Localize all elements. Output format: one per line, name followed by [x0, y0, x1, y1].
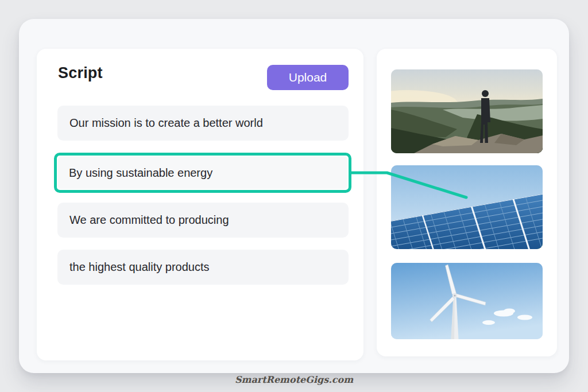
script-line-2-highlight-box[interactable]: By using sustainable energy [54, 153, 351, 193]
thumbnail-solar-panel-array[interactable] [391, 165, 543, 249]
script-line-3[interactable]: We are committed to producing [57, 203, 349, 238]
script-line-2[interactable]: By using sustainable energy [58, 157, 347, 189]
watermark: SmartRemoteGigs.com [0, 374, 588, 385]
thumbnail-person-overlooking-mountain-valley[interactable] [391, 69, 543, 153]
app-screen: Script Upload Our mission is to create a… [0, 0, 588, 392]
script-line-2-text: By using sustainable energy [69, 166, 212, 180]
script-line-1-text: Our mission is to create a better world [69, 117, 263, 130]
script-panel-title: Script [58, 64, 103, 82]
wind-turbine-image [391, 263, 543, 339]
script-line-4[interactable]: the highest quality products [57, 250, 349, 285]
script-line-4-text: the highest quality products [69, 261, 210, 274]
upload-button[interactable]: Upload [267, 65, 349, 90]
script-line-1[interactable]: Our mission is to create a better world [57, 106, 349, 141]
script-line-3-text: We are committed to producing [69, 214, 229, 227]
solar-panels-image [391, 165, 543, 249]
thumbnail-wind-turbine[interactable] [391, 263, 543, 339]
mountain-scene-image [391, 69, 543, 153]
